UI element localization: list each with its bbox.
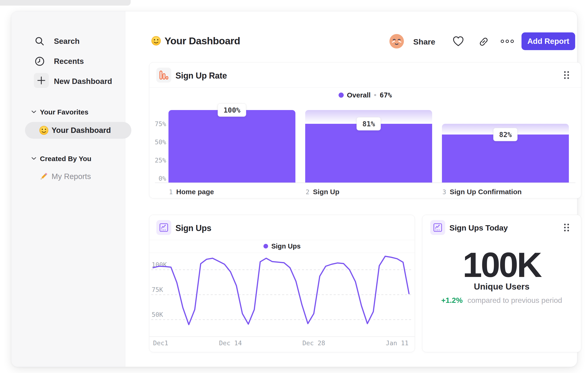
copy-link-icon[interactable] (478, 36, 489, 48)
funnel-value-label: 81% (357, 117, 381, 131)
drag-handle-icon[interactable] (561, 70, 572, 80)
funnel-y-tick-label: 75% (152, 120, 166, 128)
funnel-step-label: 3Sign Up Confirmation (442, 188, 522, 196)
x-tick-label: Dec 28 (302, 339, 325, 347)
clock-icon (34, 56, 45, 67)
background-window-strip (0, 0, 131, 6)
dashboard-smiley-emoji-icon (151, 36, 161, 46)
drag-handle-icon[interactable] (561, 222, 572, 233)
sidebar-item-label: Your Dashboard (52, 126, 111, 135)
legend-label: Overall (347, 91, 371, 99)
add-report-button[interactable]: Add Report (522, 32, 575, 50)
chevron-down-icon (32, 110, 36, 114)
funnel-bar[interactable]: 82% (442, 110, 569, 183)
sidebar-item-new-dashboard[interactable]: New Dashboard (11, 74, 125, 89)
step-name: Sign Up Confirmation (450, 188, 522, 196)
share-button[interactable]: Share (413, 37, 435, 46)
line-series-sign-ups[interactable] (153, 256, 409, 324)
x-tick-label: Jan 11 (386, 339, 409, 347)
funnel-legend[interactable]: Overall • 67% (149, 87, 581, 103)
sidebar-item-recents[interactable]: Recents (11, 54, 125, 69)
delta-note: compared to previous period (467, 296, 562, 304)
legend-label: Sign Ups (271, 242, 301, 250)
x-tick-label: Dec 14 (219, 339, 242, 347)
sign-up-rate-card: Sign Up Rate Overall • 67% 75%50%25%0% 1… (149, 62, 581, 198)
sidebar-item-my-reports[interactable]: My Reports (25, 169, 131, 184)
sidebar-item-search[interactable]: Search (11, 34, 125, 49)
funnel-bar-fill (305, 124, 432, 183)
sidebar-item-label: My Reports (52, 172, 91, 181)
step-name: Sign Up (313, 188, 339, 196)
line-chart-icon (430, 220, 445, 235)
line-chart-svg: 100K75K50K (151, 254, 412, 336)
card-title: Sign Ups (176, 223, 211, 233)
metric-label: Unique Users (422, 282, 581, 292)
step-name: Home page (176, 188, 214, 196)
sidebar-section-title: Created By You (40, 155, 92, 163)
card-header: Sign Ups Today (422, 215, 581, 240)
funnel-y-tick-label: 25% (152, 157, 166, 164)
legend-dot (263, 244, 268, 249)
funnel-step-label: 2Sign Up (306, 188, 339, 196)
sidebar-section-your-favorites[interactable]: Your Favorites (11, 107, 125, 117)
step-number: 1 (169, 188, 173, 196)
chevron-down-icon (32, 157, 36, 161)
x-axis-line (149, 336, 415, 337)
search-icon (34, 36, 45, 47)
sidebar: Search Recents New Dashboard Your Favori… (11, 11, 125, 367)
x-tick-label: Dec1 (153, 339, 168, 347)
card-title: Sign Up Rate (176, 71, 227, 81)
line-chart-icon (156, 220, 171, 235)
metric-delta: +1.2% compared to previous period (422, 296, 581, 305)
funnel-bar[interactable]: 81% (305, 110, 432, 183)
funnel-value-label: 100% (218, 103, 246, 117)
step-number: 3 (442, 188, 446, 196)
pencil-emoji-icon (39, 172, 48, 181)
funnel-bar-fill (442, 134, 569, 183)
funnel-y-tick-label: 0% (152, 175, 166, 182)
funnel-bar[interactable]: 100% (168, 110, 295, 183)
smiley-emoji-icon (39, 125, 49, 135)
card-header: Sign Up Rate (149, 62, 581, 88)
funnel-baseline (155, 182, 575, 183)
sign-ups-today-card: Sign Ups Today 100K Unique Users +1.2% c… (422, 215, 581, 352)
plus-icon (34, 73, 49, 88)
user-avatar[interactable] (389, 34, 404, 49)
legend-separator: • (374, 91, 376, 99)
funnel-y-tick-label: 50% (152, 139, 166, 146)
page-title: Your Dashboard (165, 35, 240, 47)
card-header: Sign Ups (149, 215, 415, 240)
sidebar-item-your-dashboard-selected[interactable]: Your Dashboard (25, 122, 131, 139)
funnel-value-label: 82% (493, 128, 517, 141)
sign-ups-card: Sign Ups Sign Ups 100K75K50K Dec1Dec 14D… (149, 215, 415, 352)
sidebar-item-label: New Dashboard (54, 77, 112, 86)
favorite-heart-icon[interactable] (452, 36, 464, 48)
sidebar-section-created-by-you[interactable]: Created By You (11, 154, 125, 164)
sidebar-item-label: Recents (54, 57, 84, 66)
card-title: Sign Ups Today (449, 223, 508, 232)
sidebar-item-label: Search (54, 37, 80, 46)
funnel-bar-fill (168, 110, 295, 183)
funnel-step-label: 1Home page (169, 188, 214, 196)
line-chart-plot: 100K75K50K (151, 254, 412, 336)
line-legend[interactable]: Sign Ups (149, 240, 415, 253)
metric-value: 100K (422, 247, 581, 282)
sidebar-section-title: Your Favorites (40, 108, 88, 116)
more-options-ellipsis-icon[interactable] (501, 39, 514, 45)
y-tick-label: 75K (152, 286, 163, 293)
legend-value: 67% (380, 91, 392, 99)
step-number: 2 (306, 188, 309, 196)
delta-value: +1.2% (441, 296, 463, 304)
y-tick-label: 50K (152, 311, 163, 318)
app-window: Search Recents New Dashboard Your Favori… (11, 11, 577, 367)
legend-dot (339, 92, 344, 98)
funnel-chart-icon (156, 68, 171, 82)
